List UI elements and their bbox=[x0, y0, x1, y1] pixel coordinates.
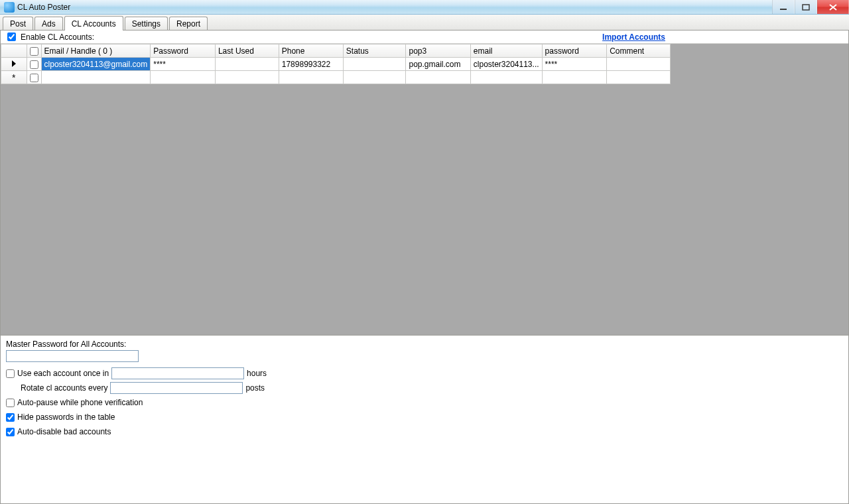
use-each-account-pre: Use each account once in bbox=[17, 369, 109, 378]
tab-report[interactable]: Report bbox=[169, 17, 208, 30]
auto-disable-checkbox[interactable] bbox=[6, 428, 15, 436]
row-indicator-current bbox=[1, 58, 27, 71]
use-each-hours-input[interactable] bbox=[111, 367, 244, 379]
use-each-account-checkbox[interactable] bbox=[6, 369, 15, 378]
tabstrip: Post Ads CL Accounts Settings Report bbox=[0, 15, 849, 31]
enable-accounts-text: Enable CL Accounts: bbox=[21, 32, 94, 42]
window-maximize-button[interactable] bbox=[795, 0, 817, 14]
cell-password[interactable]: **** bbox=[151, 58, 216, 71]
autopause-checkbox[interactable] bbox=[6, 399, 15, 407]
workarea: Enable CL Accounts: Import Accounts Emai… bbox=[0, 31, 849, 504]
grid-header-row: Email / Handle ( 0 ) Password Last Used … bbox=[1, 44, 671, 58]
cell-password2[interactable] bbox=[542, 71, 607, 84]
rotate-post: posts bbox=[245, 383, 265, 393]
triangle-right-icon bbox=[11, 60, 17, 67]
window-title: CL Auto Poster bbox=[17, 3, 70, 12]
grid-header-password[interactable]: Password bbox=[151, 44, 216, 58]
accounts-grid-area: Email / Handle ( 0 ) Password Last Used … bbox=[1, 44, 848, 336]
cell-status[interactable] bbox=[343, 58, 406, 71]
rotate-posts-input[interactable] bbox=[110, 382, 243, 394]
hide-passwords-checkbox[interactable] bbox=[6, 413, 15, 422]
auto-disable-label: Auto-disable bad accounts bbox=[17, 427, 111, 436]
header-checkbox[interactable] bbox=[30, 47, 38, 56]
grid-header-email[interactable]: Email / Handle ( 0 ) bbox=[41, 44, 151, 58]
grid-header-checkbox[interactable] bbox=[27, 44, 41, 58]
autopause-label: Auto-pause while phone verification bbox=[17, 398, 143, 407]
window-close-button[interactable] bbox=[817, 0, 849, 14]
cell-status[interactable] bbox=[343, 71, 406, 84]
accounts-grid[interactable]: Email / Handle ( 0 ) Password Last Used … bbox=[1, 44, 671, 84]
cell-email2[interactable]: clposter3204113... bbox=[470, 58, 542, 71]
tab-ads[interactable]: Ads bbox=[34, 17, 63, 30]
table-row-new[interactable]: * bbox=[1, 71, 671, 84]
grid-header-password2[interactable]: password bbox=[542, 44, 607, 58]
master-password-label: Master Password for All Accounts: bbox=[6, 340, 843, 349]
cell-email2[interactable] bbox=[470, 71, 542, 84]
row-indicator-new: * bbox=[1, 71, 27, 84]
master-password-input[interactable] bbox=[6, 350, 139, 362]
cell-password[interactable] bbox=[151, 71, 216, 84]
grid-header-email2[interactable]: email bbox=[470, 44, 542, 58]
cell-password2[interactable]: **** bbox=[542, 58, 607, 71]
row-checkbox-cell[interactable] bbox=[27, 58, 41, 71]
table-row[interactable]: clposter3204113@gmail.com **** 178989933… bbox=[1, 58, 671, 71]
hide-passwords-label: Hide passwords in the table bbox=[17, 412, 115, 422]
window-titlebar: CL Auto Poster bbox=[0, 0, 849, 15]
cell-lastused[interactable] bbox=[215, 71, 279, 84]
tab-post[interactable]: Post bbox=[3, 17, 33, 30]
row-checkbox[interactable] bbox=[30, 74, 38, 82]
cell-lastused[interactable] bbox=[215, 58, 279, 71]
cell-phone[interactable] bbox=[279, 71, 343, 84]
cell-comment[interactable] bbox=[607, 58, 671, 71]
enable-accounts-label: Enable CL Accounts: bbox=[5, 31, 94, 43]
top-row: Enable CL Accounts: Import Accounts bbox=[1, 31, 848, 44]
import-accounts-link[interactable]: Import Accounts bbox=[602, 32, 665, 42]
app-icon bbox=[4, 2, 15, 13]
grid-header-lastused[interactable]: Last Used bbox=[215, 44, 279, 58]
cell-email[interactable]: clposter3204113@gmail.com bbox=[41, 58, 151, 71]
cell-comment[interactable] bbox=[607, 71, 671, 84]
grid-header-pop3[interactable]: pop3 bbox=[406, 44, 470, 58]
tab-cl-accounts[interactable]: CL Accounts bbox=[64, 16, 123, 31]
window-minimize-button[interactable] bbox=[772, 0, 795, 14]
use-each-account-post: hours bbox=[247, 369, 267, 378]
grid-header-phone[interactable]: Phone bbox=[279, 44, 343, 58]
cell-pop3[interactable]: pop.gmail.com bbox=[406, 58, 470, 71]
options-panel: Master Password for All Accounts: Use ea… bbox=[1, 336, 848, 439]
grid-header-comment[interactable]: Comment bbox=[607, 44, 671, 58]
grid-corner bbox=[1, 44, 27, 58]
rotate-pre: Rotate cl accounts every bbox=[21, 383, 107, 393]
tab-settings[interactable]: Settings bbox=[125, 17, 168, 30]
cell-email[interactable] bbox=[41, 71, 151, 84]
row-checkbox-cell[interactable] bbox=[27, 71, 41, 84]
grid-header-status[interactable]: Status bbox=[343, 44, 406, 58]
svg-rect-1 bbox=[803, 5, 809, 10]
cell-pop3[interactable] bbox=[406, 71, 470, 84]
cell-phone[interactable]: 17898993322 bbox=[279, 58, 343, 71]
row-checkbox[interactable] bbox=[30, 60, 38, 69]
enable-accounts-checkbox[interactable] bbox=[7, 32, 16, 41]
svg-rect-0 bbox=[780, 9, 787, 10]
